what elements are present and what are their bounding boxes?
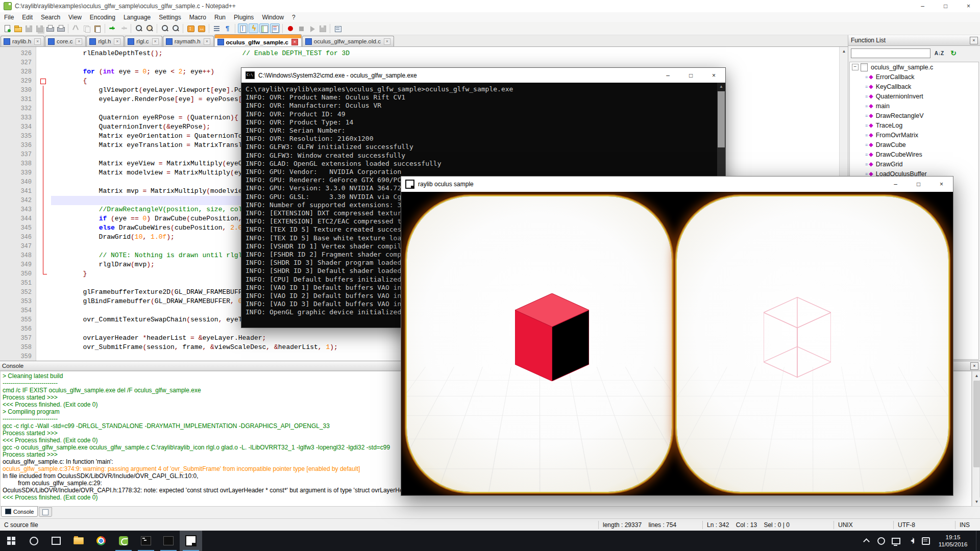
- function-item-ErrorCallback[interactable]: ≡◆ErrorCallback: [850, 72, 978, 82]
- menu-window[interactable]: Window: [258, 12, 288, 22]
- app-window-icon[interactable]: [157, 531, 180, 551]
- scroll-up-icon[interactable]: ▲: [972, 371, 980, 380]
- menu-settings[interactable]: Settings: [155, 12, 185, 22]
- tab-oculus_glfw_sample.c[interactable]: oculus_glfw_sample.c×: [214, 34, 302, 46]
- maximize-icon[interactable]: □: [907, 177, 930, 192]
- undo-icon[interactable]: [108, 23, 117, 33]
- cmd-titlebar[interactable]: C:\ C:\Windows\System32\cmd.exe - oculus…: [241, 68, 725, 83]
- zoom-in-icon[interactable]: [160, 23, 169, 33]
- stop-macro-icon[interactable]: [296, 23, 306, 33]
- action-center-icon[interactable]: [918, 531, 933, 551]
- tab-close-icon[interactable]: ×: [204, 38, 210, 45]
- sort-icon[interactable]: A↓Z: [934, 48, 945, 59]
- raylib-titlebar[interactable]: raylib oculus sample – □ ×: [401, 177, 953, 192]
- menu-search[interactable]: Search: [37, 12, 64, 22]
- menu-file[interactable]: File: [0, 12, 18, 22]
- copy-icon[interactable]: [82, 23, 91, 33]
- function-item-FromOvrMatrix[interactable]: ≡◆FromOvrMatrix: [850, 130, 978, 140]
- volume-icon[interactable]: [903, 531, 918, 551]
- tab-oculus_glfw_sample.old.c[interactable]: oculus_glfw_sample.old.c×: [302, 36, 394, 46]
- monitoring-icon[interactable]: [333, 23, 342, 33]
- tab-raylib.h[interactable]: raylib.h×: [1, 36, 44, 46]
- fold-collapse-icon[interactable]: −: [36, 77, 51, 86]
- replace-icon[interactable]: [144, 23, 154, 33]
- document-map-icon[interactable]: [259, 23, 269, 33]
- tab-rlgl.c[interactable]: rlgl.c×: [125, 36, 162, 46]
- menu-run[interactable]: Run: [210, 12, 230, 22]
- tab-core.c[interactable]: core.c×: [45, 36, 86, 46]
- close-icon[interactable]: ×: [930, 177, 953, 192]
- scroll-thumb[interactable]: [973, 381, 980, 467]
- start-button[interactable]: [0, 531, 22, 551]
- status-insert-mode[interactable]: INS: [955, 521, 980, 529]
- console-vscrollbar[interactable]: ▲ ▼: [972, 371, 980, 507]
- function-list-header[interactable]: Function List ×: [848, 35, 980, 46]
- minimize-icon[interactable]: –: [911, 0, 934, 12]
- record-macro-icon[interactable]: [285, 23, 295, 33]
- zoom-out-icon[interactable]: [170, 23, 180, 33]
- function-item-QuaternionInvert[interactable]: ≡◆QuaternionInvert: [850, 91, 978, 101]
- menu-plugins[interactable]: Plugins: [230, 12, 258, 22]
- minimize-icon[interactable]: –: [884, 177, 907, 192]
- notepadpp-titlebar[interactable]: C:\raylib\raylib\examples\oculus_glfw_sa…: [0, 0, 980, 13]
- menu-encoding[interactable]: Encoding: [86, 12, 119, 22]
- function-list-icon[interactable]: [270, 23, 280, 33]
- function-list-close-icon[interactable]: ×: [970, 37, 978, 44]
- tab-raymath.h[interactable]: raymath.h×: [163, 36, 214, 46]
- refresh-icon[interactable]: ↻: [948, 48, 959, 59]
- defender-icon[interactable]: [874, 531, 889, 551]
- function-list-search-input[interactable]: [851, 48, 930, 58]
- chevron-up-icon[interactable]: [859, 531, 874, 551]
- function-item-TraceLog[interactable]: ≡◆TraceLog: [850, 120, 978, 130]
- code-text[interactable]: [51, 58, 839, 67]
- menu-help[interactable]: ?: [288, 12, 300, 22]
- function-list-root[interactable]: − oculus_glfw_sample.c: [850, 62, 978, 72]
- sync-horizontal-icon[interactable]: [197, 23, 206, 33]
- task-view-button[interactable]: [45, 531, 67, 551]
- cmd-taskbar-icon[interactable]: [135, 531, 157, 551]
- tab-close-icon[interactable]: ×: [114, 38, 120, 45]
- maximize-icon[interactable]: □: [679, 68, 702, 83]
- find-icon[interactable]: [134, 23, 143, 33]
- status-eol-format[interactable]: UNIX: [834, 521, 893, 529]
- minimize-icon[interactable]: –: [656, 68, 679, 83]
- function-item-KeyCallback[interactable]: ≡◆KeyCallback: [850, 82, 978, 91]
- menu-edit[interactable]: Edit: [18, 12, 37, 22]
- scroll-down-icon[interactable]: ▼: [972, 497, 980, 506]
- tab-close-icon[interactable]: ×: [76, 38, 82, 45]
- function-item-main[interactable]: ≡◆main: [850, 101, 978, 111]
- tab-close-icon[interactable]: ×: [34, 38, 41, 45]
- tab-close-icon[interactable]: ×: [291, 39, 298, 45]
- function-item-DrawGrid[interactable]: ≡◆DrawGrid: [850, 159, 978, 169]
- scroll-thumb[interactable]: [718, 91, 725, 147]
- status-cursor-position[interactable]: Ln : 342 Col : 13 Sel : 0 | 0: [702, 521, 834, 529]
- tab-rlgl.h[interactable]: rlgl.h×: [86, 36, 124, 46]
- console-tab[interactable]: Console: [1, 506, 38, 517]
- word-wrap-icon[interactable]: [212, 23, 222, 33]
- network-icon[interactable]: [889, 531, 903, 551]
- menu-view[interactable]: View: [64, 12, 86, 22]
- console-close-icon[interactable]: ×: [970, 362, 978, 370]
- scroll-up-icon[interactable]: ▲: [840, 47, 848, 56]
- chrome-icon[interactable]: [90, 531, 112, 551]
- print-icon[interactable]: [45, 23, 55, 33]
- scroll-up-icon[interactable]: ▲: [717, 83, 725, 91]
- cut-icon[interactable]: [71, 23, 81, 33]
- status-encoding[interactable]: UTF-8: [893, 521, 955, 529]
- secondary-panel-tab[interactable]: [39, 507, 52, 517]
- raylib-taskbar-icon[interactable]: [180, 531, 202, 551]
- search-button[interactable]: [22, 531, 45, 551]
- function-item-DrawCube[interactable]: ≡◆DrawCube: [850, 140, 978, 149]
- file-explorer-icon[interactable]: [67, 531, 90, 551]
- new-file-icon[interactable]: [2, 23, 12, 33]
- tab-close-icon[interactable]: ×: [384, 38, 390, 45]
- open-file-icon[interactable]: [13, 23, 22, 33]
- sync-vertical-icon[interactable]: [186, 23, 195, 33]
- indent-guide-icon[interactable]: [238, 23, 248, 33]
- show-all-characters-icon[interactable]: [223, 23, 232, 33]
- close-icon[interactable]: ×: [702, 68, 725, 83]
- save-all-icon[interactable]: [34, 23, 44, 33]
- function-item-DrawRectangleV[interactable]: ≡◆DrawRectangleV: [850, 111, 978, 120]
- redo-icon[interactable]: [118, 23, 128, 33]
- save-icon[interactable]: [23, 23, 33, 33]
